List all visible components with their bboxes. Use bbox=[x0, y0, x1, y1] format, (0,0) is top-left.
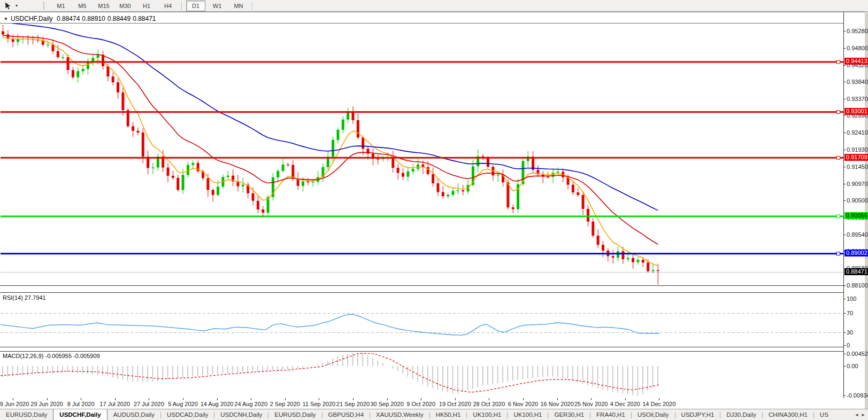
tab-eurusd-daily[interactable]: EURUSD,Daily bbox=[268, 409, 321, 420]
timeframe-button-mn[interactable]: MN bbox=[229, 1, 248, 11]
timeframe-button-d1[interactable]: D1 bbox=[186, 1, 205, 11]
macd-indicator-canvas[interactable] bbox=[1, 352, 843, 398]
ohlc-low-value: 0.88449 bbox=[107, 15, 130, 22]
price-tick-mark bbox=[843, 133, 846, 133]
ohlc-open-value: 0.88474 bbox=[57, 15, 80, 22]
price-tick-label: 0.88100 bbox=[847, 282, 868, 289]
price-tick-mark bbox=[843, 48, 846, 49]
date-tick-mark bbox=[251, 398, 251, 400]
tab-ger30-h1[interactable]: GER30,H1 bbox=[548, 409, 590, 420]
price-tick-mark bbox=[843, 31, 846, 32]
current-price-badge: 0.88471 bbox=[844, 268, 868, 275]
plot-top-border bbox=[0, 23, 843, 24]
date-tick-mark bbox=[387, 398, 388, 400]
price-tick-label: 0.89540 bbox=[847, 231, 868, 238]
price-tick-label: 0.91450 bbox=[847, 164, 868, 170]
price-level-badge: 0.89002 bbox=[844, 250, 868, 256]
tab-xauusd-weekly[interactable]: XAUUSD,Weekly bbox=[370, 409, 429, 420]
macd-label: MACD(12,26,9) -0.005955 -0.005909 bbox=[3, 353, 100, 359]
price-tick-mark bbox=[843, 65, 846, 66]
price-tick-label: 0.90500 bbox=[847, 197, 868, 204]
price-tick-label: 0.91930 bbox=[847, 146, 868, 153]
price-tick-label: 0.95280 bbox=[847, 28, 868, 34]
date-tick-mark bbox=[149, 398, 149, 400]
date-tick-mark bbox=[285, 398, 286, 400]
tab-usdjpy-h1[interactable]: USDJPY,H1 bbox=[675, 409, 720, 420]
price-level-badge: 0.91709 bbox=[844, 154, 868, 161]
main-pane-bottom-border bbox=[0, 285, 843, 286]
tab-usdcnh-daily[interactable]: USDCNH,Daily bbox=[214, 409, 268, 420]
timeframe-button-h1[interactable]: H1 bbox=[137, 1, 156, 11]
rsi-tick-label: 30 bbox=[847, 329, 853, 336]
rsi-indicator-canvas[interactable] bbox=[1, 293, 843, 347]
price-tick-mark bbox=[843, 167, 846, 167]
tab-scroll-right-button[interactable]: ► bbox=[860, 413, 866, 417]
chart-title: ▼USDCHF,Daily 0.884740.889100.884490.884… bbox=[4, 15, 158, 22]
date-tick-mark bbox=[319, 398, 319, 400]
macd-tick-label: 0.004527 bbox=[847, 351, 868, 357]
macd-pane-top-border[interactable] bbox=[0, 351, 843, 352]
timeframe-button-w1[interactable]: W1 bbox=[208, 1, 227, 11]
timeframe-button-m15[interactable]: M15 bbox=[94, 1, 113, 11]
price-chart-canvas[interactable] bbox=[1, 24, 843, 285]
date-tick-mark bbox=[489, 398, 489, 400]
tab-usdchf-daily[interactable]: USDCHF,Daily bbox=[53, 409, 107, 420]
tab-eurusd-daily[interactable]: EURUSD,Daily bbox=[0, 409, 53, 420]
toolbar-grip-handle[interactable] bbox=[43, 2, 46, 10]
price-tick-mark bbox=[843, 200, 846, 201]
date-tick-mark bbox=[523, 398, 524, 400]
tab-uk100-h1[interactable]: UK100,H1 bbox=[508, 409, 548, 420]
tab-dj30-daily[interactable]: DJ30,Daily bbox=[720, 409, 762, 420]
rsi-tick-mark bbox=[843, 345, 846, 346]
cursor-arrow-icon bbox=[4, 2, 11, 10]
tab-scroll-left-button[interactable]: ◄ bbox=[854, 413, 860, 417]
macd-tick-mark bbox=[843, 395, 846, 396]
price-tick-label: 0.92410 bbox=[847, 129, 868, 136]
price-tick-label: 0.94800 bbox=[847, 45, 868, 51]
tab-usdcad-daily[interactable]: USDCAD,Daily bbox=[161, 409, 214, 420]
tab-china300-h1[interactable]: CHINA300,H1 bbox=[763, 409, 813, 420]
macd-name: MACD(12,26,9) bbox=[3, 353, 43, 359]
rsi-pane-top-border[interactable] bbox=[0, 292, 843, 293]
toolbar-separator bbox=[252, 2, 253, 10]
date-tick-mark bbox=[591, 398, 592, 400]
price-tick-label: 0.93840 bbox=[847, 79, 868, 85]
tab-gbpusd-h4[interactable]: GBPUSD,H4 bbox=[322, 409, 370, 420]
timeframe-button-h4[interactable]: H4 bbox=[158, 1, 178, 11]
macd-tick-mark bbox=[843, 354, 846, 354]
price-level-badge: 0.93001 bbox=[844, 108, 868, 115]
price-axis: 0.952800.948000.943200.938400.933700.928… bbox=[843, 12, 865, 398]
tab-fra40-h1[interactable]: FRA40,H1 bbox=[590, 409, 631, 420]
rsi-tick-label: 0 bbox=[847, 342, 850, 348]
tab-hk50-h1[interactable]: HK50,H1 bbox=[430, 409, 467, 420]
rsi-label: RSI(14) 27.7941 bbox=[3, 294, 46, 301]
date-tick-mark bbox=[13, 398, 13, 400]
price-level-badge: 0.90055 bbox=[844, 212, 868, 219]
timeframe-button-group: M1M5M15M30H1H4D1W1MN bbox=[50, 1, 256, 11]
tab-uk100-h1[interactable]: UK100,H1 bbox=[467, 409, 507, 420]
timeframe-button-m5[interactable]: M5 bbox=[73, 1, 92, 11]
chart-tab-bar: EURUSD,DailyUSDCHF,DailyAUDUSD,DailyUSDC… bbox=[0, 409, 868, 420]
cursor-tool-dropdown-caret[interactable]: ▼ bbox=[13, 4, 20, 7]
price-tick-mark bbox=[843, 82, 846, 82]
date-tick-mark bbox=[183, 398, 183, 400]
timeframe-button-m30[interactable]: M30 bbox=[116, 1, 135, 11]
cursor-tool-button[interactable] bbox=[2, 1, 13, 11]
timeframe-button-m1[interactable]: M1 bbox=[51, 1, 71, 11]
date-tick-mark bbox=[625, 398, 626, 400]
mt4-window: ▼ M1M5M15M30H1H4D1W1MN ▼USDCHF,Daily 0.8… bbox=[0, 0, 868, 420]
rsi-pane-bottom-border bbox=[0, 347, 843, 347]
toolbar-separator bbox=[181, 2, 182, 10]
tab-usoil-daily[interactable]: USOil,Daily bbox=[632, 409, 675, 420]
tab-us[interactable]: US bbox=[814, 409, 828, 420]
macd-tick-label: 0.00 bbox=[847, 363, 858, 369]
chart-symbol-label: USDCHF,Daily bbox=[11, 15, 53, 22]
chart-collapse-caret-icon[interactable]: ▼ bbox=[4, 17, 8, 21]
price-tick-mark bbox=[843, 150, 846, 150]
rsi-name: RSI(14) bbox=[3, 294, 23, 301]
tab-audusd-daily[interactable]: AUDUSD,Daily bbox=[107, 409, 160, 420]
date-tick-mark bbox=[47, 398, 48, 400]
price-level-badge: 0.94413 bbox=[844, 58, 868, 65]
rsi-tick-label: 100 bbox=[847, 295, 856, 302]
price-tick-label: 0.90970 bbox=[847, 181, 868, 187]
